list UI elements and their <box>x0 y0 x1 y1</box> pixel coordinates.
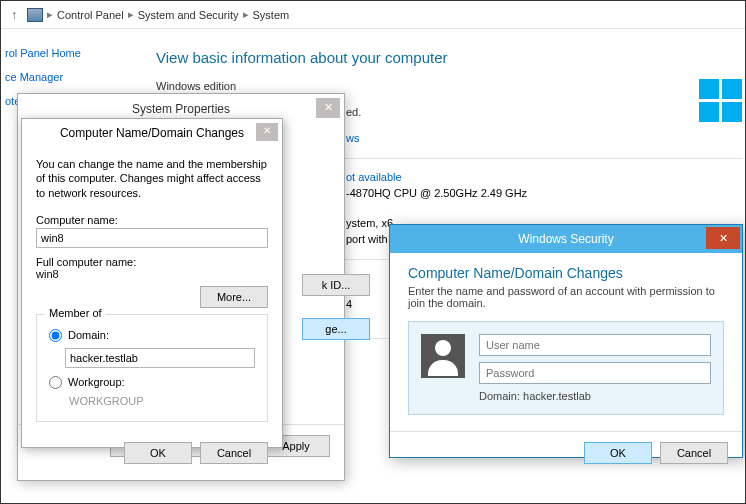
winsec-heading: Computer Name/Domain Changes <box>408 265 724 281</box>
processor-value: -4870HQ CPU @ 2.50GHz 2.49 GHz <box>346 187 527 199</box>
trademark-text: ed. <box>346 106 743 118</box>
workgroup-radio[interactable] <box>49 376 62 389</box>
domain-changes-dialog: Computer Name/Domain Changes ✕ You can c… <box>21 118 283 448</box>
domchg-titlebar[interactable]: Computer Name/Domain Changes ✕ <box>22 119 282 147</box>
domain-radio[interactable] <box>49 329 62 342</box>
close-icon[interactable]: ✕ <box>256 123 278 141</box>
features-link[interactable]: ws <box>346 132 743 144</box>
rating-link[interactable]: ot available <box>346 171 402 183</box>
credentials-box: Domain: hacker.testlab <box>408 321 724 415</box>
breadcrumb-item[interactable]: System <box>253 9 290 21</box>
breadcrumb-sep: ▸ <box>243 8 249 21</box>
breadcrumb-item[interactable]: System and Security <box>138 9 239 21</box>
cancel-button[interactable]: Cancel <box>200 442 268 464</box>
winsec-button-row: OK Cancel <box>390 431 742 474</box>
domain-radio-label: Domain: <box>68 329 109 341</box>
nav-link-devmgr[interactable]: ce Manager <box>1 65 91 89</box>
pen-tail: port with <box>346 233 388 245</box>
breadcrumb-item[interactable]: Control Panel <box>57 9 124 21</box>
winsec-title: Windows Security <box>518 232 613 246</box>
user-avatar-icon <box>421 334 465 378</box>
member-of-group: Member of Domain: Workgroup: WORKGROUP <box>36 314 268 422</box>
domchg-title: Computer Name/Domain Changes <box>60 126 244 140</box>
password-input[interactable] <box>479 362 711 384</box>
domain-line: Domain: hacker.testlab <box>479 390 711 402</box>
full-name-value: win8 <box>36 268 268 280</box>
systype-tail: ystem, x6 <box>346 217 393 229</box>
network-id-button[interactable]: k ID... <box>302 274 370 296</box>
more-button[interactable]: More... <box>200 286 268 308</box>
domchg-button-row: OK Cancel <box>22 432 282 474</box>
username-input[interactable] <box>479 334 711 356</box>
breadcrumb-sep: ▸ <box>47 8 53 21</box>
close-icon[interactable]: ✕ <box>316 98 340 118</box>
tail-4b: 4 <box>346 298 352 310</box>
page-heading: View basic information about your comput… <box>156 49 743 66</box>
domchg-intro: You can change the name and the membersh… <box>36 157 268 200</box>
windows-security-dialog: Windows Security ✕ Computer Name/Domain … <box>389 224 743 458</box>
computer-name-input[interactable] <box>36 228 268 248</box>
breadcrumb: ↑ ▸ Control Panel ▸ System and Security … <box>1 1 745 29</box>
cancel-button[interactable]: Cancel <box>660 442 728 464</box>
workgroup-value: WORKGROUP <box>65 393 255 409</box>
change-button[interactable]: ge... <box>302 318 370 340</box>
domain-input[interactable] <box>65 348 255 368</box>
workgroup-radio-label: Workgroup: <box>68 376 125 388</box>
ok-button[interactable]: OK <box>124 442 192 464</box>
full-name-label: Full computer name: <box>36 256 268 268</box>
section-label: Windows edition <box>156 80 743 92</box>
pc-icon <box>27 8 43 22</box>
winsec-subtext: Enter the name and password of an accoun… <box>408 285 724 309</box>
winsec-titlebar[interactable]: Windows Security ✕ <box>390 225 742 253</box>
ok-button[interactable]: OK <box>584 442 652 464</box>
sysprops-title: System Properties <box>132 102 230 116</box>
breadcrumb-sep: ▸ <box>128 8 134 21</box>
up-arrow-icon[interactable]: ↑ <box>5 8 23 22</box>
computer-name-label: Computer name: <box>36 214 268 226</box>
windows-logo-icon <box>697 77 745 125</box>
member-legend: Member of <box>45 307 106 319</box>
nav-link-home[interactable]: rol Panel Home <box>1 41 91 65</box>
close-icon[interactable]: ✕ <box>706 227 740 249</box>
